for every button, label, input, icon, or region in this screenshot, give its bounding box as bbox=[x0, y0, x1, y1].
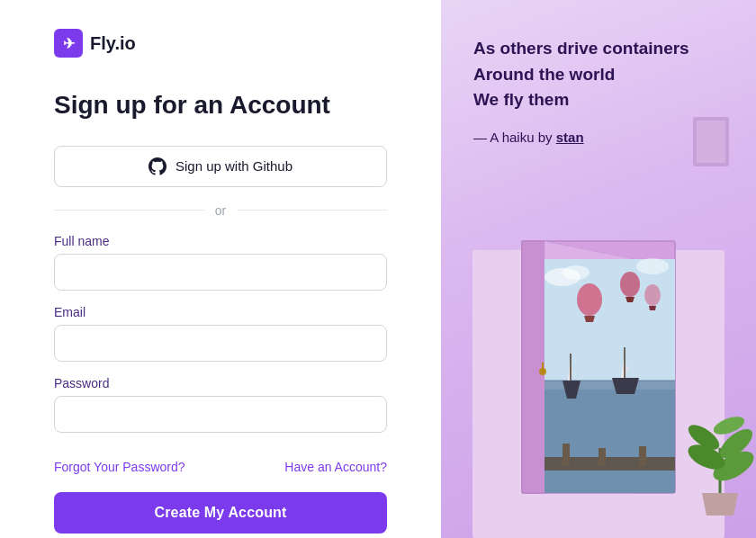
svg-rect-13 bbox=[598, 448, 606, 466]
create-account-button[interactable]: Create My Account bbox=[54, 492, 387, 534]
svg-point-27 bbox=[620, 272, 640, 297]
or-divider: or bbox=[54, 203, 387, 218]
svg-rect-4 bbox=[522, 241, 544, 493]
full-name-group: Full name bbox=[54, 234, 387, 291]
left-panel: ✈ Fly.io Sign up for an Account Sign up … bbox=[0, 0, 441, 538]
password-input[interactable] bbox=[54, 396, 387, 433]
plant-illustration bbox=[684, 376, 756, 520]
password-group: Password bbox=[54, 376, 387, 433]
svg-text:✈: ✈ bbox=[63, 36, 76, 51]
full-name-input[interactable] bbox=[54, 254, 387, 291]
email-label: Email bbox=[54, 305, 387, 319]
fly-logo-icon: ✈ bbox=[54, 29, 83, 58]
svg-marker-24 bbox=[584, 316, 595, 322]
github-icon bbox=[148, 157, 166, 175]
right-panel: As others drive containers Around the wo… bbox=[441, 0, 756, 538]
have-account-link[interactable]: Have an Account? bbox=[284, 460, 387, 474]
github-btn-label: Sign up with Github bbox=[176, 158, 292, 174]
svg-point-23 bbox=[577, 283, 602, 316]
svg-marker-19 bbox=[612, 378, 639, 394]
password-label: Password bbox=[54, 376, 387, 390]
github-signup-button[interactable]: Sign up with Github bbox=[54, 146, 387, 187]
attribution-prefix: — A haiku by bbox=[473, 130, 556, 145]
haiku-attribution: — A haiku by stan bbox=[473, 130, 724, 145]
email-input[interactable] bbox=[54, 325, 387, 362]
attribution-author-link[interactable]: stan bbox=[556, 130, 584, 145]
logo-area: ✈ Fly.io bbox=[54, 29, 387, 58]
svg-marker-32 bbox=[649, 306, 656, 310]
svg-point-31 bbox=[644, 284, 661, 306]
svg-rect-12 bbox=[562, 444, 570, 466]
links-row: Forgot Your Password? Have an Account? bbox=[54, 460, 387, 474]
wall-frame bbox=[693, 117, 729, 166]
svg-marker-38 bbox=[702, 493, 738, 516]
forgot-password-link[interactable]: Forgot Your Password? bbox=[54, 460, 185, 474]
logo-text: Fly.io bbox=[90, 33, 136, 54]
or-text: or bbox=[215, 203, 226, 218]
page-title: Sign up for an Account bbox=[54, 90, 387, 121]
haiku-line1: As others drive containers bbox=[473, 36, 724, 62]
email-group: Email bbox=[54, 305, 387, 362]
svg-rect-8 bbox=[544, 381, 675, 493]
haiku-line3: We fly them bbox=[473, 87, 724, 113]
svg-point-34 bbox=[562, 265, 590, 280]
svg-point-35 bbox=[636, 258, 669, 274]
haiku-text: As others drive containers Around the wo… bbox=[473, 36, 724, 113]
haiku-line2: Around the world bbox=[473, 62, 724, 88]
full-name-label: Full name bbox=[54, 234, 387, 248]
svg-rect-14 bbox=[639, 446, 646, 466]
